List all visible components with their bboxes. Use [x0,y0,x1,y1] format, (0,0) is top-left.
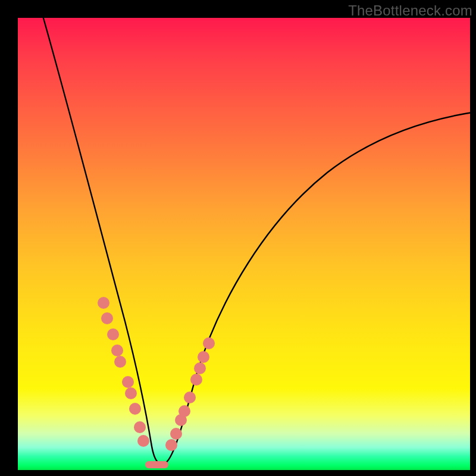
data-point [198,351,209,363]
left-marker-cluster [98,297,149,447]
data-point [125,387,137,399]
right-marker-cluster [165,337,215,451]
data-point [134,421,146,433]
watermark-text: TheBottleneck.com [348,2,472,19]
data-point [111,345,123,356]
chart-frame: TheBottleneck.com [0,0,476,476]
data-point [203,337,215,349]
bottleneck-curve [42,12,476,464]
data-point [114,356,126,368]
data-point [107,328,119,340]
plot-area [18,18,470,470]
data-point [165,439,177,451]
data-point [170,428,182,440]
data-point [194,362,206,374]
data-point [190,374,202,386]
data-point [129,403,141,415]
data-point [101,312,113,324]
data-point [122,376,134,388]
chart-svg [18,18,470,470]
data-point [98,297,109,309]
data-point [184,392,196,403]
data-point [137,435,149,447]
data-point [178,405,190,417]
